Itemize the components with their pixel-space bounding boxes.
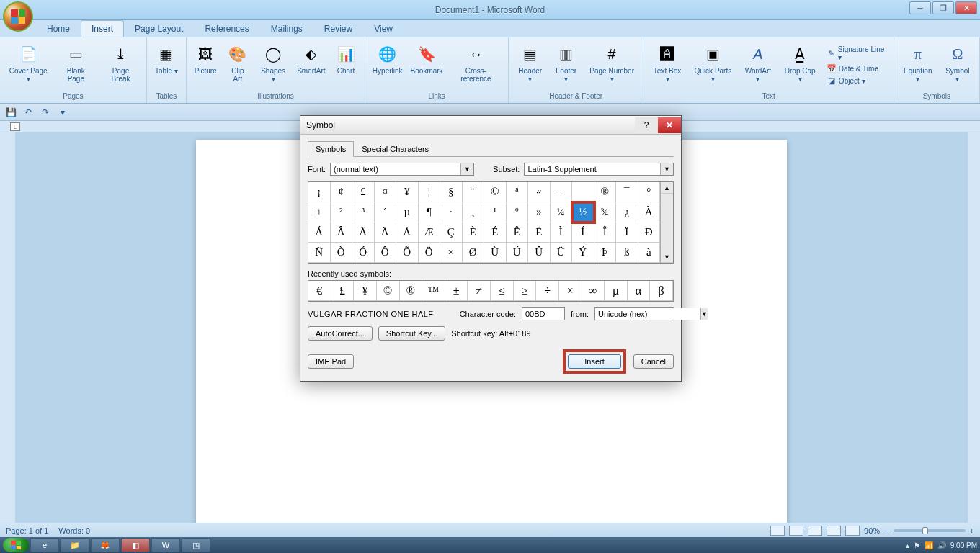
symbol-cell[interactable]: Ê (507, 222, 529, 243)
recent-symbol-cell[interactable]: ¥ (354, 281, 377, 301)
symbol-cell[interactable]: ® (594, 182, 617, 202)
chevron-down-icon[interactable]: ▼ (700, 308, 708, 320)
symbol-cell[interactable]: ± (308, 202, 331, 222)
font-combo[interactable]: ▼ (330, 163, 474, 176)
symbol-cell[interactable]: ² (331, 202, 353, 222)
quickparts-button[interactable]: ▣Quick Parts ▾ (690, 40, 737, 91)
object-button[interactable]: ◪Object ▾ (824, 75, 889, 86)
recent-symbol-cell[interactable]: ∞ (582, 281, 605, 301)
dialog-help-button[interactable]: ? (635, 117, 658, 133)
dropcap-button[interactable]: A̲Drop Cap ▾ (780, 40, 821, 91)
chevron-down-icon[interactable]: ▼ (660, 163, 673, 175)
recent-symbol-cell[interactable]: £ (331, 281, 355, 301)
symbol-cell[interactable]: ¦ (419, 182, 441, 202)
task-ie[interactable]: e (30, 538, 59, 552)
symbol-cell[interactable]: Ñ (308, 243, 331, 263)
status-page[interactable]: Page: 1 of 1 (6, 526, 48, 535)
symbol-cell[interactable]: § (440, 182, 463, 202)
recent-symbol-cell[interactable]: α (628, 281, 651, 301)
recent-symbol-cell[interactable]: © (377, 281, 400, 301)
header-button[interactable]: ▤Header ▾ (513, 40, 548, 91)
symbol-cell[interactable]: ¹ (484, 202, 507, 222)
symbol-cell[interactable]: Æ (419, 222, 441, 243)
symbol-cell[interactable]: Ç (440, 222, 463, 243)
equation-button[interactable]: πEquation ▾ (899, 40, 937, 91)
scroll-down-icon[interactable]: ▼ (661, 251, 673, 263)
clipart-button[interactable]: 🎨Clip Art (223, 40, 252, 91)
recent-symbol-cell[interactable]: ™ (422, 281, 445, 301)
symbol-cell[interactable]: ¶ (419, 202, 441, 222)
symbol-cell[interactable]: Ø (463, 243, 485, 263)
symbol-cell[interactable]: µ (396, 202, 419, 222)
symbol-cell[interactable]: ¡ (308, 182, 331, 202)
chevron-down-icon[interactable]: ▼ (460, 163, 473, 175)
recent-symbol-cell[interactable]: ≤ (491, 281, 514, 301)
tray-clock[interactable]: 9:00 PM (950, 541, 977, 549)
symbol-cell[interactable]: ´ (375, 202, 397, 222)
pagenum-button[interactable]: #Page Number ▾ (585, 40, 639, 91)
symbol-cell[interactable]: © (484, 182, 507, 202)
signature-line-button[interactable]: ✎Signature Line ▾ (824, 45, 889, 62)
zoom-label[interactable]: 90% (864, 526, 880, 535)
shapes-button[interactable]: ◯Shapes ▾ (255, 40, 291, 91)
font-input[interactable] (331, 163, 460, 175)
symbol-cell[interactable]: Ù (484, 243, 507, 263)
vertical-scrollbar[interactable] (967, 132, 980, 537)
symbol-cell[interactable]: ¨ (463, 182, 485, 202)
symbol-cell[interactable]: ¬ (551, 182, 573, 202)
tab-selector[interactable]: L (10, 122, 20, 131)
undo-button[interactable]: ↶ (22, 106, 35, 119)
page-break-button[interactable]: ⤓Page Break (99, 40, 142, 91)
view-web[interactable] (808, 526, 822, 536)
date-time-button[interactable]: 📅Date & Time (824, 63, 889, 74)
symbol-cell[interactable]: ß (616, 243, 638, 263)
symbol-button[interactable]: ΩSymbol ▾ (940, 40, 975, 91)
autocorrect-button[interactable]: AutoCorrect... (308, 326, 373, 341)
subset-input[interactable] (525, 163, 660, 175)
view-full-screen[interactable] (789, 526, 803, 536)
crossref-button[interactable]: ↔Cross-reference (448, 40, 504, 91)
footer-button[interactable]: ▥Footer ▾ (551, 40, 582, 91)
symbol-cell[interactable]: Â (331, 222, 353, 243)
symbol-cell[interactable]: ³ (352, 202, 375, 222)
symbol-cell[interactable]: É (484, 222, 507, 243)
system-tray[interactable]: ▴ ⚑ 📶 🔊 9:00 PM (906, 541, 977, 549)
task-firefox[interactable]: 🦊 (91, 538, 120, 552)
symbol-cell[interactable]: È (463, 222, 485, 243)
symbol-cell[interactable]: Ã (352, 222, 375, 243)
subset-combo[interactable]: ▼ (524, 163, 674, 176)
insert-button[interactable]: Insert (568, 354, 621, 369)
smartart-button[interactable]: ⬖SmartArt (294, 40, 329, 91)
symbol-cell[interactable]: Ì (551, 222, 573, 243)
ime-pad-button[interactable]: IME Pad (308, 354, 354, 369)
symbol-cell[interactable]: ¿ (616, 202, 638, 222)
zoom-in[interactable]: + (970, 526, 974, 535)
symbol-cell[interactable]: £ (352, 182, 375, 202)
symbol-cell[interactable]: ª (507, 182, 529, 202)
symbol-cell[interactable]: à (638, 243, 661, 263)
shortcut-key-button[interactable]: Shortcut Key... (378, 326, 445, 341)
symbol-cell[interactable]: ¾ (594, 202, 617, 222)
recent-symbol-cell[interactable]: ± (445, 281, 468, 301)
tab-view[interactable]: View (363, 20, 404, 37)
chart-button[interactable]: 📊Chart (331, 40, 361, 91)
tray-flag-icon[interactable]: ⚑ (914, 541, 920, 549)
bookmark-button[interactable]: 🔖Bookmark (408, 40, 445, 91)
symbol-cell[interactable]: Ý (572, 243, 594, 263)
zoom-slider[interactable] (894, 529, 966, 532)
zoom-out[interactable]: − (884, 526, 888, 535)
scroll-up-icon[interactable]: ▲ (661, 182, 673, 194)
symbol-cell[interactable]: Ä (375, 222, 397, 243)
symbol-cell[interactable]: ­ (572, 182, 594, 202)
symbol-cell[interactable]: × (440, 243, 463, 263)
table-button[interactable]: ▦Table ▾ (151, 40, 182, 91)
symbol-cell[interactable]: Ú (507, 243, 529, 263)
task-word[interactable]: W (151, 538, 180, 552)
recent-symbol-cell[interactable]: ≠ (468, 281, 491, 301)
redo-button[interactable]: ↷ (39, 106, 52, 119)
symbol-cell[interactable]: ¸ (463, 202, 485, 222)
symbol-cell[interactable]: ¤ (375, 182, 397, 202)
symbol-scrollbar[interactable]: ▲ ▼ (660, 182, 673, 263)
from-combo[interactable]: ▼ (594, 307, 674, 320)
symbol-cell[interactable]: Å (396, 222, 419, 243)
